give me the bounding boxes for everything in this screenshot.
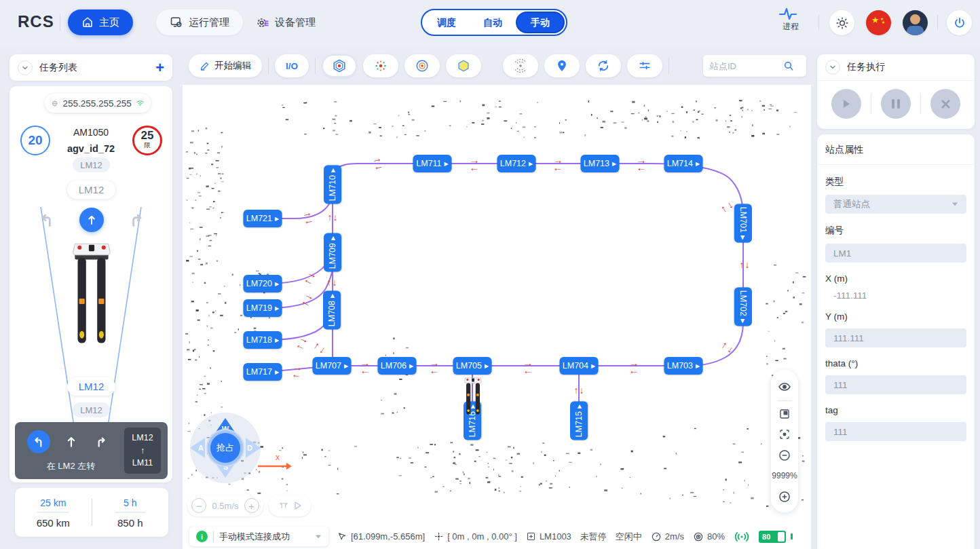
station-LM703[interactable]: LM703▶ bbox=[664, 357, 703, 375]
layer-target-button[interactable] bbox=[404, 54, 440, 77]
power-button[interactable] bbox=[947, 10, 972, 35]
station-LM721[interactable]: LM721▶ bbox=[244, 210, 282, 227]
connection-message-box[interactable]: i 手动模式连接成功 bbox=[189, 527, 328, 546]
nav-device-label: 设备管理 bbox=[275, 16, 316, 29]
station-LM702[interactable]: LM702▶ bbox=[734, 288, 752, 326]
process-button[interactable]: 进程 bbox=[778, 6, 804, 33]
gear-list-icon bbox=[255, 16, 269, 30]
center-focus-button[interactable] bbox=[771, 424, 798, 445]
chevron-down-icon[interactable] bbox=[315, 534, 322, 539]
collapse-task-list-button[interactable] bbox=[18, 60, 33, 75]
charging-dock-icon[interactable] bbox=[278, 500, 289, 511]
joystick-key-d[interactable]: D bbox=[246, 438, 261, 458]
turn-left-icon[interactable] bbox=[38, 211, 56, 229]
code-label: 编号 bbox=[825, 225, 966, 237]
task-pause-button[interactable] bbox=[881, 89, 911, 119]
path-direction-arrows: →← bbox=[629, 359, 639, 374]
station-LM707[interactable]: LM707▶ bbox=[313, 357, 352, 375]
locate-pin-button[interactable] bbox=[544, 54, 580, 77]
theme-button[interactable] bbox=[829, 10, 854, 35]
zoom-out-button[interactable] bbox=[771, 444, 798, 466]
user-avatar[interactable] bbox=[903, 10, 928, 35]
zoom-in-button[interactable] bbox=[771, 486, 798, 507]
nav-device-mgmt[interactable]: 设备管理 bbox=[242, 10, 329, 35]
y-input[interactable]: 111.111 bbox=[825, 328, 966, 347]
task-exec-card: 任务执行 bbox=[817, 54, 975, 129]
divider bbox=[268, 58, 269, 74]
io-button[interactable]: I/O bbox=[275, 54, 309, 77]
route-box: LM12↑LM11 bbox=[124, 428, 161, 474]
nav-run-mgmt[interactable]: 运行管理 bbox=[156, 10, 243, 35]
agv-forklift-marker[interactable] bbox=[460, 377, 486, 417]
speed-decrease-button[interactable]: − bbox=[191, 498, 206, 513]
station-props-title: 站点属性 bbox=[817, 134, 975, 165]
location-pin-icon bbox=[555, 59, 569, 73]
concentric-target-icon bbox=[415, 58, 430, 73]
joystick-key-a[interactable]: A bbox=[190, 438, 205, 458]
station-search-input[interactable] bbox=[710, 61, 778, 71]
station-LM718[interactable]: LM718▶ bbox=[244, 331, 282, 349]
sun-icon bbox=[835, 16, 849, 30]
station-LM711[interactable]: LM711▶ bbox=[413, 155, 452, 172]
station-LM701[interactable]: LM701▶ bbox=[734, 204, 752, 243]
run-play-icon[interactable] bbox=[295, 501, 301, 510]
add-task-button[interactable]: + bbox=[155, 59, 164, 77]
turn-right-icon[interactable] bbox=[128, 211, 145, 229]
speed-increase-button[interactable]: + bbox=[244, 498, 259, 513]
relocate-button[interactable] bbox=[503, 54, 538, 77]
start-edit-button[interactable]: 开始编辑 bbox=[189, 54, 262, 77]
tag-input[interactable]: 111 bbox=[825, 422, 966, 441]
station-LM719[interactable]: LM719▶ bbox=[244, 299, 282, 317]
station-LM710[interactable]: LM710▶ bbox=[324, 166, 341, 204]
station-LM709[interactable]: LM709▶ bbox=[324, 233, 341, 272]
visibility-button[interactable] bbox=[771, 377, 798, 398]
straight-icon[interactable] bbox=[60, 430, 83, 453]
layer-stations-button[interactable] bbox=[322, 54, 357, 77]
station-LM715[interactable]: LM715▶ bbox=[570, 402, 588, 440]
filter-settings-button[interactable] bbox=[627, 54, 662, 77]
map-area: LM711▶LM712▶LM713▶LM714▶LM710▶LM721▶LM70… bbox=[182, 45, 812, 549]
station-LM714[interactable]: LM714▶ bbox=[664, 155, 703, 172]
turn-instruction-text: 在 LM2 左转 bbox=[15, 460, 127, 472]
minimap-button[interactable] bbox=[771, 403, 798, 424]
search-icon[interactable] bbox=[783, 60, 794, 71]
mode-manual[interactable]: 手动 bbox=[516, 12, 565, 33]
go-straight-icon[interactable] bbox=[79, 208, 104, 232]
stats-card: 25 km 650 km 5 h 850 h bbox=[15, 488, 168, 537]
info-icon: i bbox=[196, 531, 208, 542]
turn-right-small-icon[interactable] bbox=[90, 430, 113, 453]
language-flag-button[interactable]: ★★★ bbox=[866, 10, 891, 35]
turn-left-active-icon[interactable] bbox=[27, 430, 50, 453]
path-direction-arrows: →← bbox=[720, 341, 738, 357]
task-play-button[interactable] bbox=[831, 89, 861, 119]
current-station: LM1003 bbox=[526, 531, 571, 542]
station-LM704[interactable]: LM704▶ bbox=[560, 357, 599, 375]
radar-icon bbox=[513, 58, 528, 73]
station-LM713[interactable]: LM713▶ bbox=[581, 155, 620, 172]
mode-dispatch[interactable]: 调度 bbox=[423, 12, 470, 33]
station-LM720[interactable]: LM720▶ bbox=[244, 275, 282, 292]
connection-message: 手动模式连接成功 bbox=[219, 531, 290, 543]
theta-label: thata (°) bbox=[825, 358, 966, 368]
code-input[interactable]: LM1 bbox=[825, 244, 966, 263]
task-cancel-button[interactable] bbox=[930, 89, 960, 119]
hexagon-node-icon bbox=[332, 58, 347, 73]
layer-points-button[interactable] bbox=[363, 54, 398, 77]
divider bbox=[937, 15, 938, 30]
mode-auto[interactable]: 自动 bbox=[470, 12, 516, 33]
accuracy-readout: 80% bbox=[693, 531, 725, 542]
layer-zone-button[interactable] bbox=[446, 54, 481, 77]
station-LM708[interactable]: LM708▶ bbox=[323, 291, 341, 330]
nav-home[interactable]: 主页 bbox=[68, 10, 133, 35]
preempt-button[interactable]: 抢占 bbox=[208, 430, 243, 466]
station-LM706[interactable]: LM706▶ bbox=[378, 357, 417, 375]
station-LM712[interactable]: LM712▶ bbox=[497, 155, 536, 172]
chevron-down-icon bbox=[951, 202, 958, 207]
station-LM705[interactable]: LM705▶ bbox=[453, 357, 492, 375]
collapse-task-exec-button[interactable] bbox=[825, 60, 840, 75]
theta-input[interactable]: 111 bbox=[825, 375, 966, 394]
speed-readout: 2m/s bbox=[651, 531, 684, 542]
type-select[interactable]: 普通站点 bbox=[825, 195, 966, 214]
refresh-button[interactable] bbox=[586, 54, 621, 77]
station-LM717[interactable]: LM717▶ bbox=[244, 363, 282, 381]
